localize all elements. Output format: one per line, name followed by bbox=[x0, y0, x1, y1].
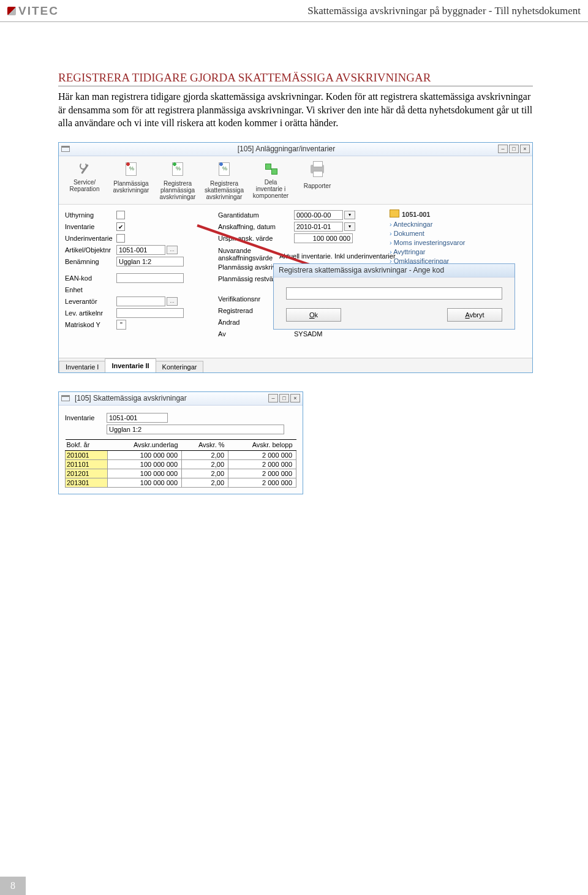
label-matris: Matriskod Y bbox=[65, 321, 116, 328]
link-anteckningar[interactable]: Anteckningar bbox=[390, 220, 520, 229]
tb-planmassiga[interactable]: Planmässiga avskrivningar bbox=[108, 160, 154, 202]
page-header: VITEC Skattemässiga avskrivningar på byg… bbox=[0, 0, 588, 22]
section-body: Här kan man registrera tidigare gjorda s… bbox=[58, 90, 533, 130]
value-av: SYSADM bbox=[294, 330, 322, 338]
close-button[interactable]: × bbox=[290, 394, 300, 402]
modal-title: Registrera skattemässiga avskrivningar -… bbox=[279, 266, 444, 274]
input-matris[interactable] bbox=[116, 320, 126, 330]
tb-reg-skatt[interactable]: Registrera skattemässiga avskrivningar bbox=[201, 160, 247, 202]
tb-dela[interactable]: Dela inventarie i komponenter bbox=[247, 160, 294, 202]
link-avyttringar[interactable]: Avyttringar bbox=[390, 247, 520, 257]
checkbox-uthyrning[interactable] bbox=[116, 211, 125, 219]
page-number: 8 bbox=[0, 877, 26, 895]
section-heading: REGISTRERA TIDIGARE GJORDA SKATTEMÄSSIGA… bbox=[58, 71, 533, 86]
label-inventarie: Inventarie bbox=[65, 414, 107, 421]
window-icon bbox=[61, 395, 70, 401]
input-ean[interactable] bbox=[116, 273, 184, 283]
doc-icon bbox=[123, 162, 139, 178]
modal-register-code: Registrera skattemässiga avskrivningar -… bbox=[273, 263, 515, 330]
toolbar: Service/ Reparation Planmässiga avskrivn… bbox=[59, 156, 532, 205]
input-ansk[interactable] bbox=[294, 222, 343, 232]
tab-konteringar[interactable]: Konteringar bbox=[156, 361, 204, 372]
label-artikel: Artikel/Objektnr bbox=[65, 246, 116, 254]
link-dokument[interactable]: Dokument bbox=[390, 229, 520, 238]
col-pct: Avskr. % bbox=[182, 439, 228, 450]
vitec-logo-icon bbox=[7, 7, 16, 15]
tb-reg-plan[interactable]: Registrera planmässiga avskrivningar bbox=[154, 160, 201, 202]
checkbox-inventarie[interactable]: ✔ bbox=[116, 222, 125, 231]
garanti-dd[interactable]: ▾ bbox=[344, 211, 355, 219]
avskrivning-table: Bokf. år Avskr.underlag Avskr. % Avskr. … bbox=[65, 439, 296, 488]
lev-lookup[interactable]: … bbox=[167, 297, 178, 306]
tb-service[interactable]: Service/ Reparation bbox=[61, 160, 108, 202]
header-title: Skattemässiga avskrivningar på byggnader… bbox=[307, 5, 581, 17]
doc-icon bbox=[170, 162, 186, 178]
table-row[interactable]: 201201 100 000 000 2,00 2 000 000 bbox=[66, 469, 296, 478]
aktuell-text: Aktuell inventarie. Inkl underinventarie… bbox=[279, 252, 396, 260]
maximize-button[interactable]: □ bbox=[279, 394, 289, 402]
window-anlaggningar: [105] Anläggningar/inventarier – □ × Ser… bbox=[58, 142, 533, 373]
table-row[interactable]: 201101 100 000 000 2,00 2 000 000 bbox=[66, 459, 296, 469]
label-inventarie: Inventarie bbox=[65, 223, 116, 230]
label-garanti: Garantidatum bbox=[218, 211, 294, 219]
label-uthyrning: Uthyrning bbox=[65, 211, 116, 219]
window-icon bbox=[61, 146, 70, 152]
label-ansk: Anskaffning, datum bbox=[218, 223, 294, 230]
titlebar: [105] Anläggningar/inventarier – □ × bbox=[59, 143, 532, 156]
link-moms[interactable]: Moms investeringsvaror bbox=[390, 238, 520, 247]
cancel-button[interactable]: Avbryt bbox=[447, 308, 502, 322]
table-row[interactable]: 201301 100 000 000 2,00 2 000 000 bbox=[66, 478, 296, 487]
table-row[interactable]: 201001 100 000 000 2,00 2 000 000 bbox=[66, 450, 296, 459]
col-year: Bokf. år bbox=[66, 439, 108, 450]
label-av: Av bbox=[218, 330, 294, 338]
doc-icon bbox=[216, 162, 232, 178]
input-code[interactable] bbox=[286, 287, 502, 300]
tb-rapporter[interactable]: Rapporter bbox=[294, 160, 341, 202]
checkbox-underinv[interactable] bbox=[116, 234, 125, 243]
tab-inventarie-1[interactable]: Inventarie I bbox=[59, 361, 105, 372]
vitec-logo-text: VITEC bbox=[18, 4, 59, 18]
window-title: [105] Anläggningar/inventarier bbox=[75, 145, 498, 153]
col-amt: Avskr. belopp bbox=[228, 439, 296, 450]
label-leverantor: Leverantör bbox=[65, 298, 116, 305]
label-enhet: Enhet bbox=[65, 286, 116, 293]
wrench-icon bbox=[77, 161, 92, 177]
tabs: Inventarie I Inventarie II Konteringar bbox=[59, 358, 532, 372]
input-leverantor[interactable] bbox=[116, 296, 165, 306]
close-button[interactable]: × bbox=[520, 145, 530, 153]
maximize-button[interactable]: □ bbox=[509, 145, 519, 153]
modal-titlebar: Registrera skattemässiga avskrivningar -… bbox=[274, 264, 514, 278]
input-levart[interactable] bbox=[116, 308, 184, 318]
split-icon bbox=[263, 161, 279, 177]
printer-icon bbox=[309, 165, 325, 181]
label-benamning: Benämning bbox=[65, 258, 116, 265]
label-ean: EAN-kod bbox=[65, 274, 116, 282]
input-urspr[interactable] bbox=[294, 233, 353, 243]
folder-1051[interactable]: 1051-001 bbox=[390, 210, 520, 218]
minimize-button[interactable]: – bbox=[268, 394, 278, 402]
input-artikel[interactable] bbox=[116, 245, 165, 255]
titlebar: [105] Skattemässiga avskrivningar – □ × bbox=[59, 392, 303, 406]
artikel-lookup[interactable]: … bbox=[167, 246, 178, 254]
label-urspr: Urspr. ansk. värde bbox=[218, 235, 294, 242]
minimize-button[interactable]: – bbox=[498, 145, 508, 153]
tab-inventarie-2[interactable]: Inventarie II bbox=[105, 358, 156, 372]
window-skattemassiga: [105] Skattemässiga avskrivningar – □ × … bbox=[58, 391, 303, 494]
label-levart: Lev. artikelnr bbox=[65, 309, 116, 317]
ansk-dd[interactable]: ▾ bbox=[344, 222, 355, 231]
label-underinv: Underinventarie bbox=[65, 235, 116, 242]
input-inventarie[interactable] bbox=[107, 413, 168, 423]
input-garanti[interactable] bbox=[294, 210, 343, 220]
input-inventarie-name[interactable] bbox=[107, 425, 284, 434]
col-base: Avskr.underlag bbox=[107, 439, 181, 450]
input-benamning[interactable] bbox=[116, 257, 184, 266]
window-title: [105] Skattemässiga avskrivningar bbox=[75, 394, 268, 402]
ok-button[interactable]: Ok bbox=[286, 308, 341, 322]
